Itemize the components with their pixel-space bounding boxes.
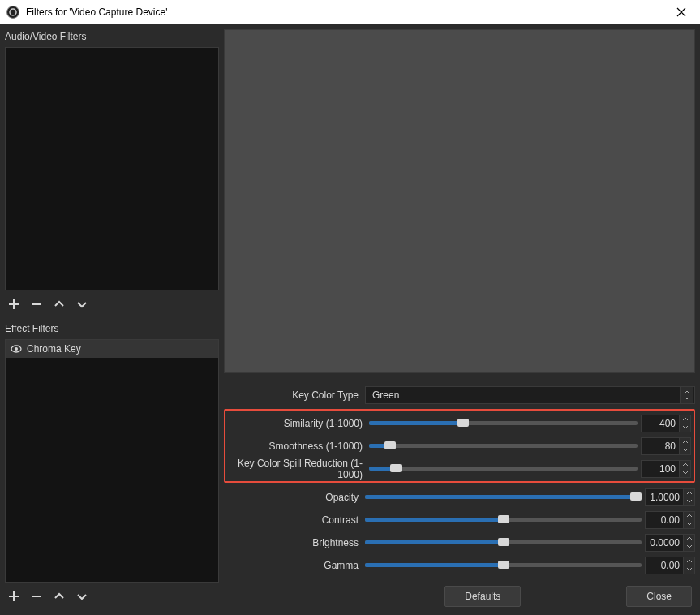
spill-label: Key Color Spill Reduction (1-1000) — [228, 458, 364, 480]
contrast-value: 0.00 — [646, 514, 683, 526]
effect-filters-list[interactable]: Chroma Key — [5, 339, 219, 583]
effect-filters-toolbar — [5, 586, 219, 610]
smoothness-value: 80 — [642, 441, 679, 452]
spinner-icon[interactable] — [679, 415, 690, 432]
opacity-slider[interactable] — [365, 495, 642, 499]
av-filters-toolbar — [5, 294, 219, 318]
spinner-icon[interactable] — [679, 438, 690, 454]
opacity-spinbox[interactable]: 1.0000 — [645, 488, 695, 506]
effect-filter-name: Chroma Key — [27, 343, 81, 355]
smoothness-label: Smoothness (1-1000) — [228, 441, 364, 452]
titlebar: Filters for 'Video Capture Device' — [0, 0, 700, 24]
effect-filter-item[interactable]: Chroma Key — [6, 340, 218, 358]
filter-settings: Key Color Type Green Similarity (1-1000) — [224, 378, 695, 610]
smoothness-spinbox[interactable]: 80 — [641, 437, 691, 455]
opacity-label: Opacity — [224, 492, 360, 503]
remove-filter-button[interactable] — [29, 297, 44, 312]
spinner-icon[interactable] — [683, 557, 694, 574]
highlighted-settings-group: Similarity (1-1000) 400 Smoothness (1-1 — [224, 409, 695, 483]
close-button[interactable]: Close — [626, 586, 692, 607]
spinner-icon[interactable] — [683, 489, 694, 505]
similarity-spinbox[interactable]: 400 — [641, 415, 691, 432]
obs-logo-icon — [6, 6, 19, 19]
window-close-button[interactable] — [669, 0, 694, 24]
similarity-slider[interactable] — [369, 421, 638, 425]
similarity-value: 400 — [642, 418, 679, 429]
audio-video-filters-label: Audio/Video Filters — [5, 29, 219, 44]
spill-slider[interactable] — [369, 467, 638, 471]
gamma-spinbox[interactable]: 0.00 — [645, 557, 695, 574]
brightness-spinbox[interactable]: 0.0000 — [645, 534, 695, 552]
filter-preview — [224, 29, 695, 373]
effect-filters-label: Effect Filters — [5, 321, 219, 336]
contrast-spinbox[interactable]: 0.00 — [645, 511, 695, 529]
spinner-icon[interactable] — [679, 461, 690, 477]
key-color-type-label: Key Color Type — [224, 389, 360, 401]
dropdown-arrows-icon — [680, 387, 693, 403]
spinner-icon[interactable] — [683, 535, 694, 551]
move-up-button[interactable] — [52, 297, 67, 312]
key-color-type-dropdown[interactable]: Green — [365, 386, 695, 404]
contrast-label: Contrast — [224, 514, 360, 526]
move-effect-down-button[interactable] — [75, 589, 89, 604]
spill-spinbox[interactable]: 100 — [641, 460, 691, 478]
svg-point-3 — [15, 347, 18, 351]
spill-value: 100 — [642, 463, 679, 475]
brightness-value: 0.0000 — [646, 537, 683, 548]
gamma-slider[interactable] — [365, 563, 642, 567]
gamma-value: 0.00 — [646, 560, 683, 571]
similarity-label: Similarity (1-1000) — [228, 418, 364, 429]
move-effect-up-button[interactable] — [52, 589, 67, 604]
visibility-icon[interactable] — [11, 343, 22, 355]
move-down-button[interactable] — [75, 297, 89, 312]
audio-video-filters-list[interactable] — [5, 47, 219, 290]
remove-effect-filter-button[interactable] — [29, 589, 44, 604]
brightness-slider[interactable] — [365, 540, 642, 544]
contrast-slider[interactable] — [365, 518, 642, 522]
defaults-button[interactable]: Defaults — [444, 586, 521, 607]
spinner-icon[interactable] — [683, 512, 694, 528]
svg-point-0 — [7, 6, 19, 19]
brightness-label: Brightness — [224, 537, 360, 548]
add-filter-button[interactable] — [6, 297, 21, 312]
smoothness-slider[interactable] — [369, 444, 638, 448]
key-color-type-value: Green — [372, 389, 399, 401]
window-title: Filters for 'Video Capture Device' — [26, 6, 669, 18]
gamma-label: Gamma — [224, 560, 360, 571]
opacity-value: 1.0000 — [646, 492, 683, 503]
add-effect-filter-button[interactable] — [6, 589, 21, 604]
